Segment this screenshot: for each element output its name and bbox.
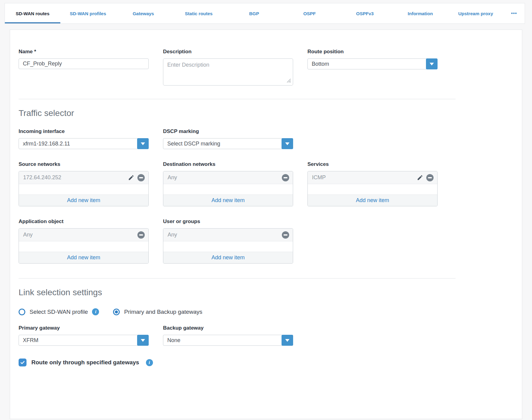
- radio-primary-and-backup-gateways[interactable]: Primary and Backup gateways: [113, 309, 202, 315]
- route-position-label: Route position: [307, 49, 438, 55]
- list-item: Any: [163, 171, 293, 184]
- list-filler: [19, 184, 148, 194]
- tab-static-routes[interactable]: Static routes: [171, 3, 226, 23]
- services-listbox: ICMP Add new item: [307, 171, 438, 206]
- primary-gateway-dropdown-button[interactable]: [137, 335, 149, 346]
- source-networks-add-button[interactable]: Add new item: [19, 194, 148, 206]
- destination-networks-field-group: Destination networks Any Add new item: [163, 161, 293, 206]
- list-filler: [19, 241, 148, 252]
- services-add-button[interactable]: Add new item: [308, 194, 437, 206]
- edit-pencil-icon[interactable]: [127, 174, 135, 181]
- checkmark-icon: [20, 360, 25, 365]
- backup-gateway-dropdown-button[interactable]: [282, 335, 293, 346]
- services-label: Services: [307, 161, 438, 167]
- edit-pencil-icon[interactable]: [416, 174, 424, 181]
- list-item: 172.64.240.252: [19, 171, 148, 184]
- incoming-interface-value: xfrm1-192.168.2.11: [19, 141, 148, 147]
- section-divider: [19, 278, 456, 278]
- traffic-selector-heading: Traffic selector: [19, 108, 513, 118]
- route-only-checkbox-label: Route only through specified gateways: [31, 359, 139, 366]
- user-or-groups-listbox: Any Add new item: [163, 228, 293, 264]
- route-only-checkbox[interactable]: [19, 359, 27, 366]
- section-divider: [19, 99, 456, 99]
- application-object-listbox: Any Add new item: [19, 228, 149, 264]
- more-tabs-button[interactable]: •••: [503, 3, 525, 23]
- list-filler: [163, 184, 293, 194]
- source-network-item-text: 172.64.240.252: [23, 174, 127, 181]
- name-input[interactable]: [19, 58, 149, 69]
- route-position-field-group: Route position Bottom: [307, 49, 438, 69]
- name-label: Name *: [19, 49, 149, 55]
- tab-sd-wan-routes[interactable]: SD-WAN routes: [5, 3, 60, 23]
- name-field-group: Name *: [19, 49, 149, 69]
- backup-gateway-value: None: [163, 337, 293, 344]
- tab-ospf[interactable]: OSPF: [282, 3, 337, 23]
- dscp-marking-field-group: DSCP marking Select DSCP marking: [163, 128, 293, 149]
- user-or-groups-label: User or groups: [163, 219, 293, 225]
- primary-gateway-label: Primary gateway: [19, 325, 149, 331]
- remove-item-icon[interactable]: [282, 174, 289, 181]
- incoming-interface-label: Incoming interface: [19, 128, 149, 135]
- destination-networks-add-button[interactable]: Add new item: [163, 194, 293, 206]
- radio-label: Primary and Backup gateways: [124, 309, 202, 315]
- backup-gateway-select[interactable]: None: [163, 335, 293, 346]
- user-or-groups-add-button[interactable]: Add new item: [163, 252, 293, 263]
- tab-bgp[interactable]: BGP: [226, 3, 282, 23]
- chevron-down-icon: [285, 339, 289, 342]
- service-item-text: ICMP: [312, 174, 416, 181]
- radio-select-sd-wan-profile[interactable]: Select SD-WAN profile: [19, 309, 88, 315]
- radio-unselected-icon: [19, 309, 25, 315]
- tab-gateways[interactable]: Gateways: [116, 3, 171, 23]
- chevron-down-icon: [141, 142, 145, 145]
- backup-gateway-field-group: Backup gateway None: [163, 325, 293, 346]
- primary-gateway-value: XFRM: [19, 337, 148, 344]
- destination-networks-label: Destination networks: [163, 161, 293, 167]
- top-tab-bar: SD-WAN routes SD-WAN profiles Gateways S…: [5, 3, 525, 24]
- dscp-marking-label: DSCP marking: [163, 128, 293, 135]
- remove-item-icon[interactable]: [137, 231, 145, 239]
- route-only-info-icon[interactable]: i: [146, 359, 153, 366]
- application-object-add-button[interactable]: Add new item: [19, 252, 148, 263]
- application-object-label: Application object: [19, 219, 149, 225]
- user-or-groups-item-text: Any: [168, 232, 282, 238]
- dscp-marking-select[interactable]: Select DSCP marking: [163, 138, 293, 149]
- remove-item-icon[interactable]: [137, 174, 145, 181]
- tab-upstream-proxy[interactable]: Upstream proxy: [448, 3, 503, 23]
- tab-information[interactable]: Information: [392, 3, 448, 23]
- description-field-group: Description: [163, 49, 293, 87]
- description-label: Description: [163, 49, 293, 55]
- chevron-down-icon: [285, 142, 289, 145]
- list-filler: [163, 241, 293, 252]
- primary-gateway-select[interactable]: XFRM: [19, 335, 149, 346]
- primary-gateway-field-group: Primary gateway XFRM: [19, 325, 149, 346]
- dscp-marking-dropdown-button[interactable]: [282, 138, 293, 149]
- source-networks-label: Source networks: [19, 161, 149, 167]
- incoming-interface-dropdown-button[interactable]: [137, 138, 149, 149]
- link-selection-radio-group: Select SD-WAN profile i Primary and Back…: [19, 308, 513, 315]
- description-textarea[interactable]: [163, 58, 293, 86]
- remove-item-icon[interactable]: [282, 231, 289, 239]
- incoming-interface-select[interactable]: xfrm1-192.168.2.11: [19, 138, 149, 149]
- chevron-down-icon: [430, 63, 434, 65]
- list-item: Any: [163, 229, 293, 241]
- incoming-interface-field-group: Incoming interface xfrm1-192.168.2.11: [19, 128, 149, 149]
- application-object-item-text: Any: [23, 232, 137, 238]
- route-position-value: Bottom: [308, 61, 437, 67]
- tab-sd-wan-profiles[interactable]: SD-WAN profiles: [60, 3, 116, 23]
- source-networks-field-group: Source networks 172.64.240.252 Add new i…: [19, 161, 149, 206]
- route-position-select[interactable]: Bottom: [307, 58, 438, 69]
- route-position-dropdown-button[interactable]: [426, 58, 438, 69]
- radio-selected-icon: [113, 309, 120, 315]
- radio-label: Select SD-WAN profile: [30, 309, 88, 315]
- sd-wan-profile-info-icon[interactable]: i: [92, 308, 99, 315]
- source-networks-listbox: 172.64.240.252 Add new item: [19, 171, 149, 206]
- tab-ospfv3[interactable]: OSPFv3: [337, 3, 393, 23]
- textarea-resize-grip-icon[interactable]: [286, 78, 291, 84]
- route-only-checkbox-row: Route only through specified gateways i: [19, 359, 513, 366]
- destination-networks-listbox: Any Add new item: [163, 171, 293, 206]
- remove-item-icon[interactable]: [426, 174, 434, 181]
- user-or-groups-field-group: User or groups Any Add new item: [163, 219, 293, 264]
- sd-wan-route-form: Name * Description Route position Bottom…: [10, 30, 522, 419]
- backup-gateway-label: Backup gateway: [163, 325, 293, 331]
- chevron-down-icon: [141, 339, 145, 342]
